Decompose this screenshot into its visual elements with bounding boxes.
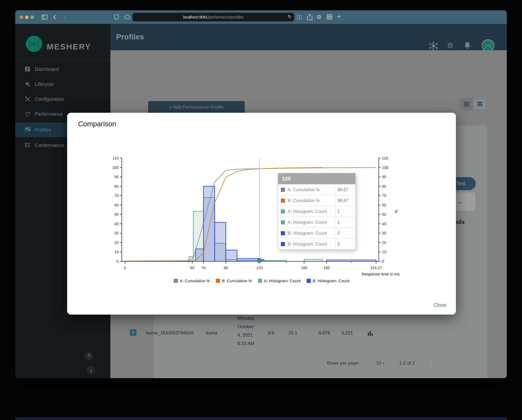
cloud-icon[interactable] — [123, 14, 131, 21]
row-p99-cell: 0.221 — [336, 330, 358, 336]
rows-per-page-label: Rows per page: — [327, 361, 359, 366]
browser-settings-gear-icon[interactable]: ⚙ — [316, 14, 322, 20]
row-date-cell: Monday, October 4, 2021 8:23 AM — [237, 314, 255, 348]
y-tick-label: 40 — [114, 222, 119, 226]
row-checkbox[interactable]: ✓ — [130, 329, 136, 336]
y-tick-label: 60 — [382, 203, 386, 207]
row-chart-icon[interactable] — [368, 330, 373, 338]
sidebar-item-label: Configuration — [35, 96, 64, 102]
x-tick-label: 0 — [124, 266, 126, 270]
tooltip-row: A: Histogram: Count1 — [278, 217, 355, 228]
legend-swatch — [174, 279, 178, 283]
tooltip-swatch — [281, 220, 285, 224]
view-toggle-group — [459, 98, 487, 110]
y-tick-label: 50 — [382, 212, 386, 217]
sidebar-item-label: Profiles — [35, 127, 51, 133]
histogram-bar — [237, 259, 259, 261]
brand-row[interactable]: MESHERY — [15, 24, 110, 61]
legend-swatch — [307, 279, 311, 283]
x-tick-label: 70 — [201, 266, 206, 270]
tooltip-row: B: Histogram: Count0 — [278, 239, 355, 249]
y-tick-label: 20 — [382, 240, 386, 245]
reload-icon[interactable]: ↻ — [288, 14, 291, 19]
y-tick-label: 80 — [382, 184, 386, 189]
y-tick-label: 40 — [382, 222, 386, 226]
y-tick-label: 30 — [114, 231, 119, 235]
sidebar-item-label: Conformance — [35, 143, 64, 148]
next-page-button[interactable]: › — [445, 358, 448, 367]
back-button[interactable] — [52, 14, 58, 20]
legend-item[interactable]: B: Cumulative % — [216, 278, 252, 283]
tooltip-row: B: Cumulative %98.67 — [278, 195, 355, 206]
tooltip-swatch — [281, 231, 285, 235]
zoom-window-button[interactable] — [30, 15, 34, 19]
close-window-button[interactable] — [20, 15, 23, 19]
new-tab-icon[interactable]: + — [337, 13, 341, 20]
row-duration-cell: 15.1 — [285, 330, 301, 336]
url-host: localhost:9081 — [183, 15, 208, 19]
y-tick-label: 70 — [382, 193, 386, 198]
details-heading-partial: ails — [455, 219, 465, 225]
x-tick-label: 224.27 — [370, 266, 382, 270]
tab-overview-icon[interactable] — [327, 14, 333, 20]
sidebar-item-label: Lifecycle — [35, 82, 54, 87]
forward-button[interactable] — [61, 14, 67, 20]
pagination-range: 1-2 of 2 — [399, 361, 415, 366]
extensions-grid-icon[interactable] — [296, 14, 302, 20]
comparison-modal: Comparison 00101020203030404050506060707… — [67, 113, 456, 315]
url-bar[interactable]: localhost:9081/performance/profiles ↻ — [132, 13, 294, 21]
row-name-cell[interactable]: kuma_1633353794616 — [146, 330, 194, 336]
brand-name: MESHERY — [47, 42, 91, 51]
table-view-toggle[interactable] — [473, 98, 486, 110]
previous-page-button[interactable]: ‹ — [430, 358, 433, 367]
minimize-window-button[interactable] — [25, 15, 29, 19]
share-icon[interactable] — [306, 14, 313, 21]
legend-item[interactable]: B: Histogram: Count — [307, 278, 349, 283]
y-tick-label: 10 — [114, 250, 119, 254]
y-axis-right-title: % — [394, 210, 398, 213]
lifecycle-icon — [24, 81, 31, 87]
x-axis-title: Response time in ms — [362, 272, 400, 276]
row-mesh-cell: kuma — [206, 330, 217, 336]
x-tick-label: 60 — [190, 266, 194, 270]
comparison-chart[interactable]: 0010102020303040405050606070708080909010… — [98, 151, 411, 278]
tooltip-swatch — [281, 199, 285, 203]
page-title: Profiles — [116, 33, 144, 41]
chart-legend: A: Cumulative %B: Cumulative %A: Histogr… — [67, 276, 456, 285]
y-tick-label: 50 — [114, 212, 119, 217]
histogram-bar — [215, 222, 226, 261]
meshery-logo-icon — [26, 35, 42, 53]
browser-toolbar: localhost:9081/performance/profiles ↻ ⚙ … — [15, 10, 507, 24]
x-tick-label: 120 — [256, 266, 263, 270]
legend-item[interactable]: A: Histogram: Count — [258, 278, 301, 283]
sidebar-toggle-icon[interactable] — [41, 14, 48, 21]
notifications-bell-icon[interactable] — [464, 41, 471, 51]
help-button[interactable]: ? — [85, 352, 93, 360]
tooltip-row: A: Cumulative %98.67 — [278, 184, 355, 195]
mesh-adapters-icon[interactable] — [429, 42, 438, 51]
sidebar-item-lifecycle[interactable]: Lifecycle — [15, 77, 110, 92]
legend-item[interactable]: A: Cumulative % — [174, 278, 210, 283]
sidebar-item-dashboard[interactable]: Dashboard — [15, 62, 110, 77]
y-tick-label: 70 — [114, 193, 119, 198]
desktop: localhost:9081/performance/profiles ↻ ⚙ … — [0, 0, 522, 420]
configuration-icon — [24, 96, 31, 102]
settings-gear-icon[interactable]: ⚙ — [447, 41, 453, 50]
sidebar-collapse-button[interactable]: ‹ — [87, 366, 95, 374]
sidebar-item-configuration[interactable]: Configuration — [15, 92, 110, 106]
y-tick-label: 110 — [113, 156, 119, 160]
y-tick-label: 80 — [114, 184, 119, 189]
y-tick-label: 30 — [382, 231, 386, 235]
legend-swatch — [216, 279, 220, 283]
conformance-icon — [24, 142, 31, 149]
y-tick-label: 60 — [114, 203, 119, 207]
grid-view-toggle[interactable] — [460, 98, 473, 110]
x-tick-label: 180 — [323, 266, 330, 270]
rows-per-page-select[interactable]: 10 ▾ — [376, 361, 384, 366]
close-button[interactable]: Close — [431, 300, 449, 310]
shield-icon[interactable] — [113, 14, 120, 20]
modal-title: Comparison — [78, 120, 116, 128]
sidebar-item-label: Performance — [35, 111, 63, 117]
url-path: /performance/profiles — [208, 15, 244, 19]
hover-dot — [257, 258, 262, 263]
